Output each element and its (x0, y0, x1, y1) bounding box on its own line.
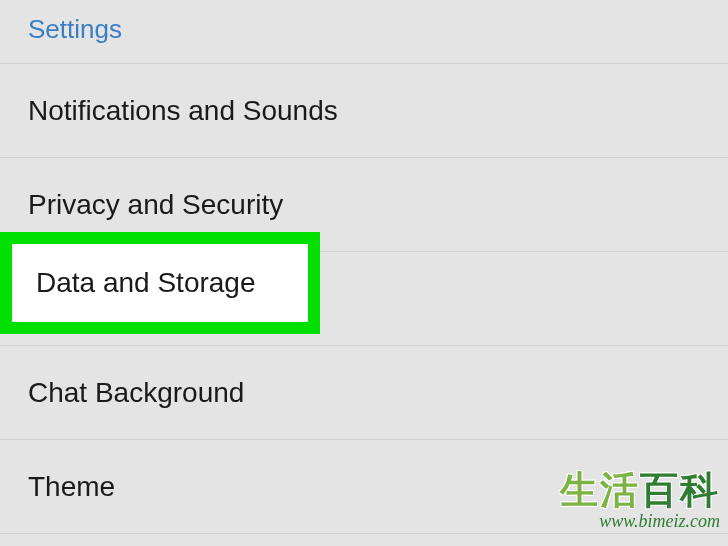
settings-header: Settings (0, 0, 728, 64)
watermark-left: 生活 (560, 469, 640, 511)
settings-item-privacy[interactable]: Privacy and Security (0, 158, 728, 252)
settings-item-label: Chat Background (28, 377, 244, 409)
settings-item-label: Privacy and Security (28, 189, 283, 221)
settings-title: Settings (28, 14, 700, 45)
watermark-text: 生活百科 (560, 470, 720, 512)
settings-item-label: Data and Storage (28, 283, 248, 315)
watermark-right: 百科 (640, 469, 720, 511)
settings-item-label: Notifications and Sounds (28, 95, 338, 127)
settings-item-label: Theme (28, 471, 115, 503)
settings-item-notifications[interactable]: Notifications and Sounds (0, 64, 728, 158)
settings-item-chat-background[interactable]: Chat Background (0, 346, 728, 440)
watermark: 生活百科 www.bimeiz.com (560, 470, 720, 532)
watermark-url: www.bimeiz.com (560, 512, 720, 532)
settings-item-data-storage[interactable]: Data and Storage (0, 252, 728, 346)
